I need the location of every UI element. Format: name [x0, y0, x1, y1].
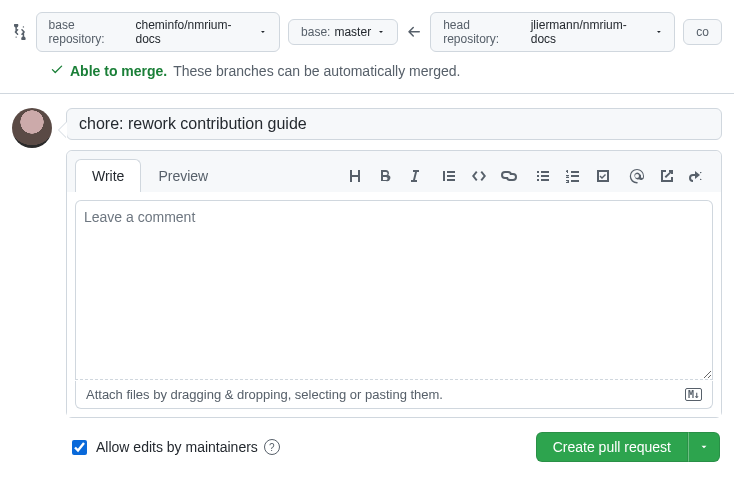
- create-pr-caret[interactable]: [688, 432, 720, 462]
- compare-bar: base repository: cheminfo/nmrium-docs ba…: [0, 0, 734, 52]
- markdown-badge-icon[interactable]: M↓: [685, 388, 702, 401]
- compare-icon: [12, 24, 28, 40]
- merge-auto-text: These branches can be automatically merg…: [173, 63, 460, 79]
- head-branch-select-cut[interactable]: co: [683, 19, 722, 45]
- tab-write[interactable]: Write: [75, 159, 141, 192]
- link-icon[interactable]: [501, 168, 517, 184]
- reply-icon[interactable]: [689, 168, 705, 184]
- merge-able-text: Able to merge.: [70, 63, 167, 79]
- base-repo-label: base repository:: [49, 18, 132, 46]
- create-pr-button[interactable]: Create pull request: [536, 432, 688, 462]
- base-branch-value: master: [334, 25, 371, 39]
- quote-icon[interactable]: [441, 168, 457, 184]
- attach-bar[interactable]: Attach files by dragging & dropping, sel…: [75, 381, 713, 409]
- check-icon: [50, 62, 64, 79]
- crossref-icon[interactable]: [659, 168, 675, 184]
- arrow-left-icon: [406, 24, 422, 40]
- ol-icon[interactable]: [565, 168, 581, 184]
- comment-box: Write Preview: [66, 150, 722, 418]
- mention-icon[interactable]: [629, 168, 645, 184]
- merge-status: Able to merge. These branches can be aut…: [0, 52, 734, 94]
- caret-down-icon: [377, 28, 385, 36]
- base-repo-value: cheminfo/nmrium-docs: [135, 18, 253, 46]
- code-icon[interactable]: [471, 168, 487, 184]
- head-branch-cut: co: [696, 25, 709, 39]
- caret-down-icon: [699, 442, 709, 452]
- head-repo-select[interactable]: head repository: jliermann/nmrium-docs: [430, 12, 675, 52]
- info-icon[interactable]: ?: [264, 439, 280, 455]
- pr-form: Write Preview: [66, 108, 722, 476]
- tab-row: Write Preview: [67, 151, 721, 192]
- pr-title-input[interactable]: [66, 108, 722, 140]
- head-repo-value: jliermann/nmrium-docs: [531, 18, 649, 46]
- allow-edits-input[interactable]: [72, 440, 87, 455]
- allow-edits-label: Allow edits by maintainers: [96, 439, 258, 455]
- footer-row: Allow edits by maintainers ? Create pull…: [66, 418, 722, 476]
- base-branch-label: base:: [301, 25, 330, 39]
- base-repo-select[interactable]: base repository: cheminfo/nmrium-docs: [36, 12, 281, 52]
- tasklist-icon[interactable]: [595, 168, 611, 184]
- create-pr-group: Create pull request: [536, 432, 720, 462]
- head-repo-label: head repository:: [443, 18, 527, 46]
- heading-icon[interactable]: [347, 168, 363, 184]
- caret-down-icon: [259, 28, 267, 36]
- avatar[interactable]: [12, 108, 52, 148]
- bold-icon[interactable]: [377, 168, 393, 184]
- attach-hint: Attach files by dragging & dropping, sel…: [86, 387, 443, 402]
- caret-down-icon: [655, 28, 663, 36]
- tab-preview[interactable]: Preview: [141, 159, 225, 192]
- ul-icon[interactable]: [535, 168, 551, 184]
- base-branch-select[interactable]: base: master: [288, 19, 398, 45]
- md-toolbar: [347, 168, 713, 184]
- comment-textarea[interactable]: [75, 200, 713, 380]
- allow-edits-checkbox[interactable]: Allow edits by maintainers ?: [68, 437, 280, 458]
- italic-icon[interactable]: [407, 168, 423, 184]
